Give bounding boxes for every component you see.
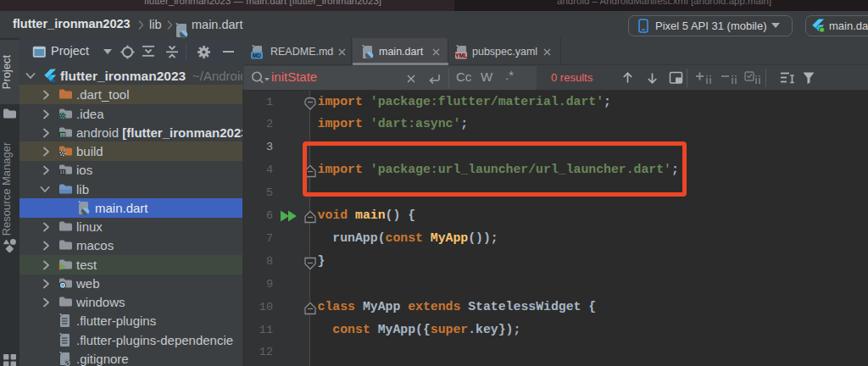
svg-text:YML: YML: [455, 53, 467, 58]
svg-text:MD: MD: [253, 53, 261, 58]
